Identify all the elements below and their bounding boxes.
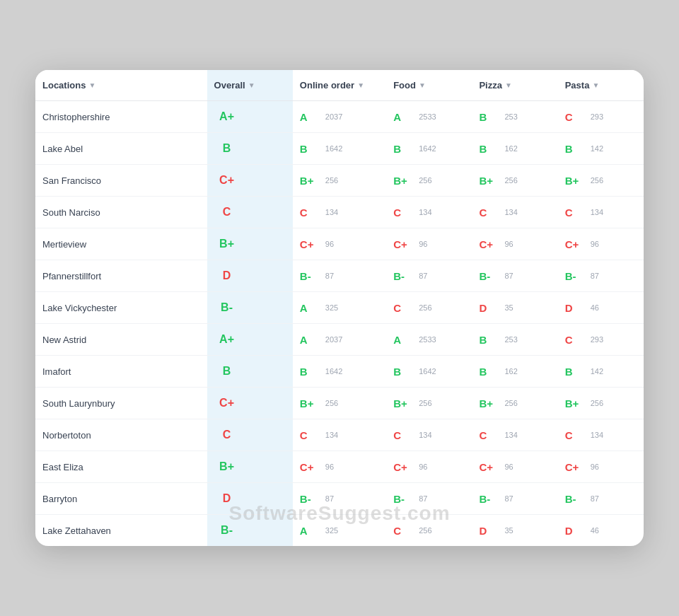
overall-cell: A+ (207, 324, 293, 356)
food-count: 256 (419, 399, 431, 407)
food-grade: C (393, 429, 413, 441)
location-name: East Eliza (42, 462, 83, 472)
col-header-pizza[interactable]: Pizza ▼ (472, 70, 557, 101)
online-order-cell: B 1642 (293, 356, 386, 388)
pizza-cell: B+ 256 (472, 165, 557, 197)
table-row: Barryton D B- 87 B- 87 B- 87 B- (35, 483, 644, 515)
pasta-grade: B- (565, 493, 585, 505)
location-cell: Mertieview (35, 228, 207, 260)
overall-label: Overall (214, 80, 245, 91)
table-row: Christophershire A+ A 2037 A 2533 B 253 (35, 101, 644, 133)
location-cell: Imafort (35, 356, 207, 388)
online-order-cell: B- 87 (293, 260, 386, 292)
food-count: 1642 (419, 144, 436, 153)
table-row: Mertieview B+ C+ 96 C+ 96 C+ 96 C+ (35, 228, 644, 260)
pasta-grade: B (565, 143, 585, 155)
overall-cell: D (207, 483, 293, 515)
online-grade: C (300, 429, 320, 441)
location-cell: Norbertoton (35, 419, 207, 451)
food-grade: B+ (393, 397, 413, 409)
overall-cell: A+ (207, 101, 293, 133)
overall-grade: B- (214, 300, 240, 315)
location-name: New Astrid (42, 335, 86, 345)
food-grade: B (393, 366, 413, 378)
pizza-count: 256 (504, 399, 517, 407)
online-grade: C (300, 207, 320, 219)
food-cell: C 256 (386, 515, 472, 547)
pizza-grade: B (479, 111, 499, 123)
pasta-count: 96 (591, 463, 599, 471)
location-name: Pfannerstillfort (42, 271, 101, 281)
pasta-cell: B+ 256 (558, 165, 644, 197)
locations-label: Locations (42, 80, 86, 91)
col-header-locations[interactable]: Locations ▼ (35, 70, 207, 101)
pasta-count: 87 (591, 494, 599, 503)
online-order-cell: A 325 (293, 292, 386, 324)
locations-sort-icon: ▼ (88, 81, 95, 89)
col-header-food[interactable]: Food ▼ (386, 70, 472, 101)
pasta-cell: B- 87 (558, 483, 644, 515)
food-grade: C+ (393, 461, 413, 473)
col-header-online-order[interactable]: Online order ▼ (293, 70, 386, 101)
pizza-count: 162 (504, 367, 517, 376)
pasta-cell: B+ 256 (558, 388, 644, 419)
food-cell: B 1642 (386, 356, 472, 388)
pasta-cell: C+ 96 (558, 228, 644, 260)
overall-grade: B (214, 141, 240, 156)
pasta-grade: B- (565, 270, 585, 282)
pasta-cell: D 46 (558, 292, 644, 324)
online-order-cell: C+ 96 (293, 228, 386, 260)
location-cell: Lake Zettahaven (35, 515, 207, 547)
online-grade: C+ (300, 461, 320, 473)
online-grade: A (300, 525, 320, 537)
table-row: Norbertoton C C 134 C 134 C 134 C (35, 419, 644, 451)
food-cell: B- 87 (386, 483, 472, 515)
online-order-cell: B- 87 (293, 483, 386, 515)
pasta-count: 46 (591, 303, 599, 312)
table-row: San Francisco C+ B+ 256 B+ 256 B+ 256 B (35, 165, 644, 197)
pasta-cell: C 134 (558, 197, 644, 228)
food-count: 87 (419, 494, 427, 503)
pizza-grade: C+ (479, 238, 499, 250)
food-count: 87 (419, 272, 427, 280)
online-grade: B- (300, 493, 320, 505)
online-count: 325 (325, 303, 338, 312)
food-grade: B (393, 143, 413, 155)
location-cell: South Narciso (35, 197, 207, 228)
overall-grade: B+ (214, 236, 240, 252)
food-cell: C 134 (386, 197, 472, 228)
col-header-overall[interactable]: Overall ▼ (207, 70, 293, 101)
overall-cell: B+ (207, 451, 293, 483)
food-sort-icon: ▼ (419, 81, 426, 89)
location-name: Lake Vickychester (42, 303, 117, 313)
location-name: Christophershire (42, 112, 110, 122)
pasta-grade: B (565, 366, 585, 378)
location-cell: Lake Abel (35, 133, 207, 165)
pasta-count: 142 (591, 367, 603, 376)
table-row: South Laurynbury C+ B+ 256 B+ 256 B+ 256 (35, 388, 644, 419)
food-cell: B+ 256 (386, 165, 472, 197)
pasta-count: 134 (591, 208, 603, 216)
pasta-count: 293 (591, 112, 603, 121)
pasta-grade: C (565, 334, 585, 346)
online-count: 134 (325, 431, 338, 439)
col-header-pasta[interactable]: Pasta ▼ (558, 70, 644, 101)
pasta-sort-icon: ▼ (592, 81, 599, 89)
online-order-cell: B 1642 (293, 133, 386, 165)
online-count: 96 (325, 463, 334, 471)
overall-cell: C+ (207, 388, 293, 419)
overall-cell: B- (207, 292, 293, 324)
food-grade: A (393, 111, 413, 123)
location-name: Lake Abel (42, 144, 83, 154)
pasta-count: 96 (591, 240, 599, 248)
online-count: 1642 (325, 144, 342, 153)
pasta-cell: C+ 96 (558, 451, 644, 483)
pasta-count: 256 (591, 176, 603, 185)
location-cell: Pfannerstillfort (35, 260, 207, 292)
food-count: 2533 (419, 335, 436, 344)
pizza-count: 35 (504, 526, 513, 535)
online-grade: B (300, 366, 320, 378)
pasta-label: Pasta (565, 80, 590, 91)
food-cell: B+ 256 (386, 388, 472, 419)
pizza-cell: B+ 256 (472, 388, 557, 419)
